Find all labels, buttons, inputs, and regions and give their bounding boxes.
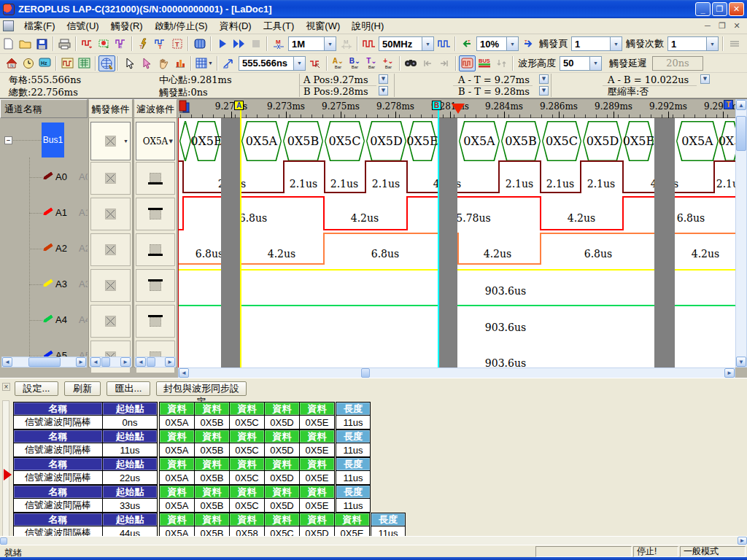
packet-row-group[interactable]: 名稱起始點信號濾波間隔棒22us資料0X5A資料0X5B資料0X5C資料0X5D… (0, 457, 747, 485)
menu-item-run-stop[interactable]: 啟動/停止(S) (149, 18, 214, 34)
chevron-down-icon[interactable]: ▼ (589, 57, 601, 70)
trigger-position-combo[interactable]: 10% ▼ (476, 36, 519, 51)
trigger-delay-field[interactable]: 20ns (652, 56, 703, 71)
chevron-down-icon[interactable]: ▼ (422, 37, 433, 50)
bus-name-cell[interactable]: Bus1 (42, 122, 64, 158)
chevron-down-icon[interactable]: ▼ (506, 37, 518, 50)
bus-filter-cell[interactable]: OX5A▼ (136, 122, 175, 160)
menu-item-data[interactable]: 資料(D) (214, 18, 258, 34)
scroll-up-icon[interactable]: ▲ (736, 100, 746, 110)
bus-segment[interactable]: 0X5C (325, 121, 365, 161)
run-button[interactable] (214, 36, 231, 52)
mdi-minimize-icon[interactable]: ─ (702, 21, 713, 31)
scroll-left-icon[interactable]: ◄ (90, 357, 101, 367)
b-bar-button[interactable]: B⌄Bar (347, 55, 363, 71)
scroll-left-icon[interactable]: ◄ (2, 357, 12, 367)
chevron-down-icon[interactable]: ▼ (610, 37, 622, 50)
menu-item-help[interactable]: 說明(H) (346, 18, 390, 34)
filter-cell-A2[interactable] (136, 233, 175, 266)
b-marker-flag[interactable]: B (432, 101, 441, 110)
document-icon[interactable] (3, 20, 14, 31)
bus-segment[interactable]: 0X5B (501, 121, 541, 161)
find-button[interactable] (403, 55, 419, 71)
menu-item-file[interactable]: 檔案(F) (18, 18, 61, 34)
channel-name[interactable]: A4 (55, 314, 67, 325)
channel-name[interactable]: A3 (55, 279, 67, 289)
memory-depth-combo[interactable]: 1M ▼ (288, 36, 336, 51)
bus-segment[interactable]: 0X5E (624, 121, 654, 161)
channel-name[interactable]: A1 (55, 207, 67, 218)
filter-cell-A1[interactable] (136, 198, 175, 230)
module-button[interactable] (191, 36, 208, 52)
frequency-button[interactable]: Hz (36, 55, 53, 71)
add-bar-button[interactable]: +⌄Bar (380, 55, 397, 71)
trigger-pos-apply-button[interactable]: T (520, 36, 537, 52)
bus-segment[interactable]: 0X5D (583, 121, 622, 161)
clock-button[interactable] (20, 55, 36, 71)
menu-item-signal[interactable]: 信號(U) (61, 18, 105, 34)
t-marker-flag[interactable]: T (724, 100, 733, 109)
filter-cell-A3[interactable] (136, 269, 175, 302)
noise-display-button[interactable] (459, 55, 476, 71)
minimize-button[interactable]: _ (695, 2, 711, 16)
mdi-restore-icon[interactable]: ❐ (716, 21, 728, 31)
menu-item-tools[interactable]: 工具(T) (258, 18, 301, 34)
t-bar-button[interactable]: T⌄Bar (363, 55, 380, 71)
scroll-left-icon[interactable]: ◄ (136, 357, 146, 367)
trigger-wave-button[interactable]: T (152, 36, 169, 52)
bus-segment[interactable]: 0X5E (408, 121, 437, 161)
menu-item-trigger[interactable]: 觸發(R) (105, 18, 149, 34)
scroll-right-icon[interactable]: ► (120, 357, 131, 367)
scroll-down-icon[interactable]: ▼ (736, 357, 746, 367)
navigator-button[interactable] (98, 55, 115, 71)
b-minus-t-dropdown[interactable]: ▼ (539, 86, 549, 96)
mdi-close-icon[interactable]: ✕ (731, 21, 743, 31)
restore-button[interactable]: ❐ (712, 2, 727, 16)
a-bar-button[interactable]: A⌄Bar (330, 55, 347, 71)
memory-compress-icon[interactable]: M (270, 36, 287, 52)
bus-display-button[interactable]: BUS (476, 55, 493, 71)
open-file-button[interactable] (17, 36, 34, 52)
filter-cell-A4[interactable] (136, 305, 175, 338)
print-button[interactable] (56, 36, 73, 52)
scroll-right-icon[interactable]: ► (738, 537, 747, 545)
bus-edit-button[interactable]: E (112, 36, 129, 52)
next-transition-button[interactable] (436, 55, 453, 71)
bus-trigger-cell[interactable]: ▼ (90, 122, 131, 160)
wave-height-combo[interactable]: 50 ▼ (560, 56, 602, 71)
waveform-v-scrollbar[interactable]: ▲ ▼ (735, 99, 747, 368)
scroll-right-icon[interactable]: ► (165, 357, 175, 367)
filter-cell-A0[interactable] (136, 162, 175, 195)
trigger-cell-A4[interactable] (90, 305, 131, 338)
scroll-left-icon[interactable]: ◄ (179, 368, 189, 378)
chevron-down-icon[interactable]: ▼ (208, 61, 213, 66)
trigger-cell-A3[interactable] (90, 269, 131, 302)
hand-pan-button[interactable] (155, 55, 171, 71)
a-marker-flag[interactable]: A (234, 101, 244, 110)
grid-display-button[interactable]: ▼ (194, 55, 214, 71)
channel-name-scrollbar[interactable]: ◄ ► (1, 357, 87, 368)
waveform-window-button[interactable] (59, 55, 76, 71)
close-button[interactable]: ✕ (729, 2, 744, 16)
chevron-down-icon[interactable]: ▼ (169, 139, 173, 144)
bus-segment[interactable]: 0X5B (283, 121, 323, 161)
trigger-count-combo[interactable]: 1 ▼ (667, 36, 719, 51)
save-file-button[interactable] (34, 36, 50, 52)
waveform-h-scrollbar[interactable]: ◄ ► (178, 368, 735, 378)
memory-expand-icon[interactable]: M (338, 36, 355, 52)
b-bar-line[interactable] (438, 110, 439, 368)
trigger-cell-A2[interactable] (90, 233, 131, 266)
select-cursor-button[interactable] (121, 55, 138, 71)
filter-col-scrollbar[interactable]: ◄ ► (135, 357, 176, 368)
chevron-down-icon[interactable]: ▼ (706, 37, 718, 50)
pattern-edit-button[interactable] (96, 36, 112, 52)
a-minus-t-dropdown[interactable]: ▼ (539, 74, 549, 84)
trigger-flash-button[interactable]: T (135, 36, 152, 52)
data-list-window-button[interactable] (76, 55, 93, 71)
zoom-wave-button[interactable] (307, 55, 324, 71)
tree-expander[interactable]: − (4, 136, 12, 144)
a-pos-dropdown[interactable]: ▼ (379, 74, 388, 84)
scroll-right-icon[interactable]: ► (76, 357, 86, 367)
bus-segment[interactable]: 0X5A (459, 121, 500, 161)
scroll-right-icon[interactable]: ► (724, 368, 735, 378)
